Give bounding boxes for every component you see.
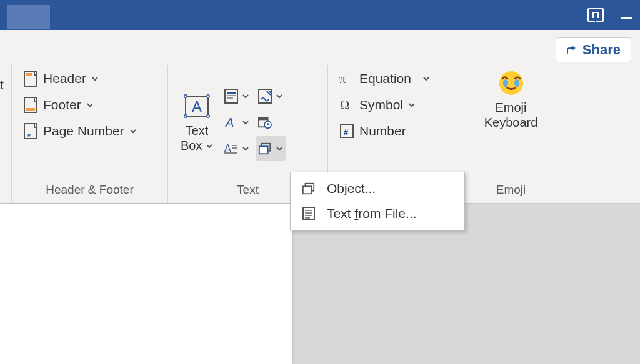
symbol-icon: Ω <box>339 97 354 113</box>
svg-rect-40 <box>305 217 310 219</box>
object-icon <box>258 142 272 155</box>
svg-text:π: π <box>339 72 346 86</box>
emoji-icon <box>497 69 526 97</box>
page-number-icon: # <box>23 123 38 139</box>
footer-icon <box>23 97 38 113</box>
group-emoji: Emoji Keyboard Emoji <box>464 65 558 203</box>
wordart-icon: A <box>224 116 238 129</box>
svg-rect-23 <box>259 117 268 120</box>
svg-text:Ω: Ω <box>340 98 349 112</box>
svg-rect-39 <box>305 215 312 216</box>
svg-rect-15 <box>227 97 233 99</box>
accent-selection <box>8 5 50 29</box>
symbol-button[interactable]: Ω Symbol <box>336 92 434 117</box>
drop-cap-icon: A <box>224 142 238 155</box>
svg-text:A: A <box>225 116 234 129</box>
emoji-keyboard-button[interactable]: Emoji Keyboard <box>479 66 543 132</box>
quick-parts-button[interactable] <box>222 84 252 109</box>
header-icon <box>23 71 38 87</box>
chevron-down-icon <box>276 145 283 152</box>
number-label: Number <box>359 124 406 139</box>
object-button[interactable] <box>256 136 286 161</box>
cutoff-text: t <box>0 66 4 104</box>
svg-rect-37 <box>305 210 312 211</box>
text-box-icon: A <box>182 92 211 121</box>
chevron-down-icon <box>242 92 249 100</box>
object-menu-item[interactable]: Object... <box>291 176 464 201</box>
header-button[interactable]: Header <box>19 66 141 91</box>
svg-rect-3 <box>26 108 35 111</box>
group-cutoff: t <box>0 65 11 203</box>
page-number-label: Page Number <box>43 124 124 139</box>
svg-rect-14 <box>227 95 236 96</box>
emoji-label1: Emoji <box>495 100 526 115</box>
svg-rect-13 <box>227 92 236 94</box>
quick-parts-icon <box>224 89 238 103</box>
svg-point-9 <box>184 114 187 117</box>
equation-label: Equation <box>359 71 411 86</box>
group-label-emoji: Emoji <box>472 178 550 203</box>
share-button[interactable]: Share <box>556 37 631 62</box>
text-box-label1: Text <box>186 123 209 138</box>
ribbon-display-icon <box>588 8 604 22</box>
svg-rect-19 <box>232 147 238 149</box>
page-number-button[interactable]: # Page Number <box>19 119 141 144</box>
svg-point-32 <box>503 79 508 87</box>
chevron-down-icon <box>91 75 99 82</box>
symbol-label: Symbol <box>359 97 403 112</box>
svg-rect-35 <box>303 186 312 194</box>
chevron-down-icon <box>129 127 137 135</box>
chevron-down-icon <box>276 92 283 100</box>
chevron-down-icon <box>86 101 94 109</box>
svg-point-10 <box>207 114 209 117</box>
svg-point-31 <box>499 71 523 95</box>
chevron-down-icon <box>206 142 213 150</box>
object-menu-label: Object... <box>327 181 376 196</box>
number-icon: # <box>339 123 354 139</box>
group-header-footer: Header Footer # Page Numb <box>11 65 168 203</box>
chevron-down-icon <box>242 145 249 152</box>
emoji-label2: Keyboard <box>484 115 538 130</box>
share-icon <box>566 45 578 55</box>
signature-icon <box>258 89 272 103</box>
group-label-header-footer: Header & Footer <box>19 178 160 203</box>
header-label: Header <box>43 71 86 86</box>
svg-text:A: A <box>192 98 202 115</box>
object-dropdown: Object... Text from File... <box>290 172 465 230</box>
svg-text:#: # <box>28 132 31 139</box>
footer-button[interactable]: Footer <box>19 92 141 117</box>
number-button[interactable]: # Number <box>336 119 434 144</box>
minimize-icon <box>621 17 632 19</box>
svg-point-8 <box>207 94 209 97</box>
text-from-file-menu-item[interactable]: Text from File... <box>291 201 464 226</box>
footer-label: Footer <box>43 97 81 112</box>
drop-cap-button[interactable]: A <box>222 136 252 161</box>
equation-icon: π <box>339 71 354 87</box>
minimize-button[interactable] <box>621 12 632 19</box>
text-file-icon <box>302 207 316 220</box>
text-box-button[interactable]: A Text Box <box>176 89 218 155</box>
chevron-down-icon <box>422 75 430 82</box>
svg-point-7 <box>184 94 187 97</box>
equation-button[interactable]: π Equation <box>336 66 434 91</box>
svg-text:A: A <box>224 143 231 154</box>
svg-rect-1 <box>26 73 32 76</box>
signature-line-button[interactable] <box>256 84 286 109</box>
document-page[interactable] <box>0 204 292 364</box>
text-box-label2: Box <box>181 138 213 153</box>
ribbon-display-options-button[interactable] <box>588 8 604 22</box>
svg-text:#: # <box>344 127 349 137</box>
chevron-down-icon <box>242 119 249 126</box>
svg-rect-18 <box>232 145 238 146</box>
text-from-file-label: Text from File... <box>327 206 417 221</box>
svg-point-33 <box>514 79 519 87</box>
object-icon <box>302 182 316 195</box>
wordart-button[interactable]: A <box>222 110 252 135</box>
svg-rect-20 <box>224 152 238 154</box>
share-label: Share <box>582 42 621 58</box>
title-bar <box>0 0 640 30</box>
svg-rect-26 <box>259 146 268 154</box>
chevron-down-icon <box>408 101 416 109</box>
svg-rect-38 <box>305 212 312 214</box>
date-time-button[interactable] <box>256 110 286 135</box>
